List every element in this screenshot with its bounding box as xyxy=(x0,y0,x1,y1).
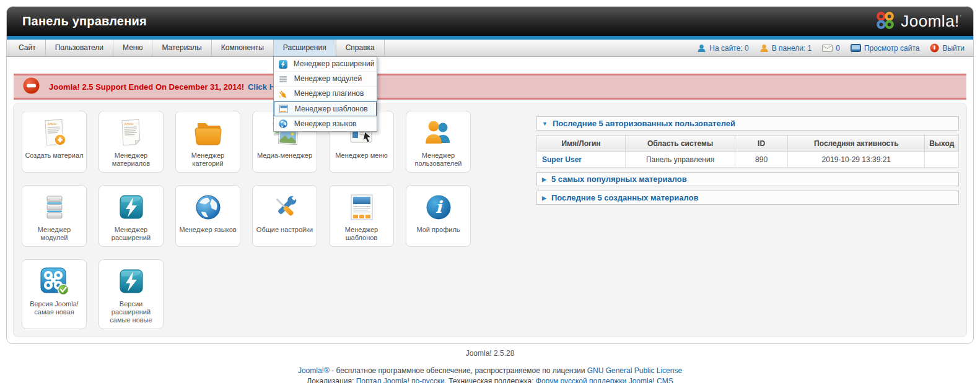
menubar: СайтПользователиМенюМатериалыКомпонентыР… xyxy=(7,40,973,57)
alert-stop-icon xyxy=(23,77,40,97)
menu-item-label: Справка xyxy=(346,43,375,52)
dropdown-item-label: Менеджер шаблонов xyxy=(295,101,368,118)
language-manager-icon xyxy=(178,191,238,223)
cpanel-button-joomla-version[interactable]: Версия Joomla! самая новая xyxy=(22,259,87,329)
plugin-manager-icon xyxy=(278,89,289,99)
dropdown-item-label: Менеджер модулей xyxy=(294,71,362,87)
cpanel-button-label: Менеджер модулей xyxy=(24,226,84,242)
cpanel-button-label: Менеджер языков xyxy=(178,226,238,234)
status-label: 0 xyxy=(836,44,840,53)
cpanel-button-my-profile[interactable]: iМой профиль xyxy=(406,185,471,247)
cpanel-button-global-configuration[interactable]: Общие настройки xyxy=(252,185,317,247)
user-blue-icon xyxy=(697,44,706,53)
cpanel-button-label: Создать материал xyxy=(24,152,84,160)
table-header-cell: Выход xyxy=(925,136,959,152)
footer-link[interactable]: Форум русской поддержки Joomla! CMS xyxy=(536,377,673,383)
panel-title: Последние 5 созданных материалов xyxy=(551,193,699,202)
footer-link[interactable]: Портал Joomla! по-русски xyxy=(356,377,445,383)
status-label: Просмотр сайта xyxy=(864,44,920,53)
cpanel-button-label: Менеджер категорий xyxy=(178,152,238,168)
status-messages[interactable]: 0 xyxy=(822,44,840,53)
menu-item-content[interactable]: Материалы xyxy=(152,40,211,56)
dropdown-item-plugin-manager[interactable]: Менеджер плагинов xyxy=(274,87,377,101)
menu-item-site[interactable]: Сайт xyxy=(9,40,46,56)
cpanel-button-template-manager[interactable]: Менеджер шаблонов xyxy=(329,185,394,247)
extension-manager-icon xyxy=(278,59,288,69)
table-cell: Панель управления xyxy=(626,152,735,168)
status-online-users: На сайте: 0 xyxy=(697,44,748,53)
dashboard-panels: ▼Последние 5 авторизованных пользователе… xyxy=(536,116,959,205)
language-manager-icon xyxy=(278,119,289,129)
user-orange-icon xyxy=(759,44,769,53)
extensions-dropdown-menu: Менеджер расширенийМенеджер модулейМенед… xyxy=(273,56,377,132)
cpanel-button-label: Версия Joomla! самая новая xyxy=(24,300,84,316)
menu-item-label: Материалы xyxy=(162,43,201,52)
joomla-swirl-icon xyxy=(873,10,897,33)
dropdown-item-module-manager[interactable]: Менеджер модулей xyxy=(274,72,377,87)
logged-in-users-table: Имя/ЛогинОбласть системыIDПоследняя акти… xyxy=(536,135,959,168)
cpanel-button-extension-manager[interactable]: Менеджер расширений xyxy=(98,185,164,247)
dropdown-item-language-manager[interactable]: Менеджер языков xyxy=(274,116,377,131)
cpanel-button-create-article[interactable]: ArticleСоздать материал xyxy=(22,111,87,173)
status-label: Выйти xyxy=(942,44,965,53)
joomla-version-icon xyxy=(24,265,84,298)
collapse-triangle-icon: ▼ xyxy=(542,121,548,127)
category-manager-icon xyxy=(178,116,238,149)
dropdown-item-label: Менеджер языков xyxy=(294,116,357,132)
status-label: В панели: 1 xyxy=(772,44,812,53)
mail-icon xyxy=(822,45,833,52)
panel-header-popular-articles[interactable]: ▶5 самых популярных материалов xyxy=(536,172,959,186)
cpanel-button-user-manager[interactable]: Менеджер пользователей xyxy=(406,111,471,173)
footer: Joomla!® - бесплатное программное обеспе… xyxy=(6,366,974,383)
create-article-icon: Article xyxy=(24,116,84,149)
status-logout[interactable]: Выйти xyxy=(930,43,965,53)
menu-item-label: Расширения xyxy=(283,43,326,52)
cpanel-button-label: Менеджер материалов xyxy=(101,152,161,168)
cpanel-button-label: Менеджер шаблонов xyxy=(331,226,392,242)
status-admin-users: В панели: 1 xyxy=(759,44,812,53)
cpanel-button-module-manager[interactable]: Менеджер модулей xyxy=(22,185,87,247)
status-bar: На сайте: 0В панели: 10Просмотр сайтаВый… xyxy=(697,40,973,56)
menu-item-help[interactable]: Справка xyxy=(336,40,385,56)
panel-title: Последние 5 авторизованных пользователей xyxy=(553,119,735,128)
status-view-site[interactable]: Просмотр сайта xyxy=(851,44,920,53)
admin-page: Панель управления Joomla!· Са xyxy=(0,0,980,383)
content-area: ArticleСоздать материалArticleМенеджер м… xyxy=(13,103,967,337)
table-row: Super UserПанель управления8902019-10-29… xyxy=(537,152,959,168)
user-manager-icon xyxy=(408,116,468,149)
table-header-cell: Область системы xyxy=(626,136,735,152)
cpanel-button-article-manager[interactable]: ArticleМенеджер материалов xyxy=(98,111,164,173)
support-ended-alert: Joomla! 2.5 Support Ended On December 31… xyxy=(14,74,966,100)
footer-link[interactable]: Joomla!® xyxy=(298,366,330,375)
cpanel-button-extension-versions[interactable]: Версии расширений самые новые xyxy=(98,259,164,329)
table-cell xyxy=(925,152,959,168)
dropdown-item-label: Менеджер плагинов xyxy=(294,85,364,102)
footer-text: Локализация: xyxy=(307,377,356,383)
cpanel-button-label: Мой профиль xyxy=(408,226,468,234)
panel-header-logged-in-users[interactable]: ▼Последние 5 авторизованных пользователе… xyxy=(536,116,959,131)
joomla-version-text: Joomla! 2.5.28 xyxy=(6,349,974,358)
template-manager-icon xyxy=(279,104,289,114)
cpanel-button-language-manager[interactable]: Менеджер языков xyxy=(175,185,240,247)
svg-text:Article: Article xyxy=(47,121,57,126)
cpanel-button-label: Медиа-менеджер xyxy=(255,152,315,160)
menu-item-menus[interactable]: Меню xyxy=(113,40,152,56)
panel-title: 5 самых популярных материалов xyxy=(551,174,687,184)
cpanel-button-label: Менеджер меню xyxy=(331,152,392,160)
cpanel-button-category-manager[interactable]: Менеджер категорий xyxy=(175,111,240,173)
module-manager-icon xyxy=(24,191,84,223)
svg-text:Article: Article xyxy=(124,121,134,126)
expand-triangle-icon: ▶ xyxy=(542,176,546,183)
dropdown-item-template-manager[interactable]: Менеджер шаблонов xyxy=(274,101,377,116)
menu-item-extensions[interactable]: РасширенияМенеджер расширенийМенеджер мо… xyxy=(274,40,336,56)
dropdown-item-extension-manager[interactable]: Менеджер расширений xyxy=(274,57,377,72)
menu-item-users[interactable]: Пользователи xyxy=(46,40,113,56)
menu-item-label: Сайт xyxy=(19,43,36,52)
footer-link[interactable]: GNU General Public License xyxy=(587,366,682,375)
user-name-link[interactable]: Super User xyxy=(542,155,582,164)
menu-item-components[interactable]: Компоненты xyxy=(212,40,274,56)
table-header-cell: ID xyxy=(735,136,788,152)
footer-line-localization: Локализация: Портал Joomla! по-русски. Т… xyxy=(6,376,974,383)
panel-header-recent-articles[interactable]: ▶Последние 5 созданных материалов xyxy=(536,191,959,205)
menu-item-label: Меню xyxy=(123,43,142,52)
